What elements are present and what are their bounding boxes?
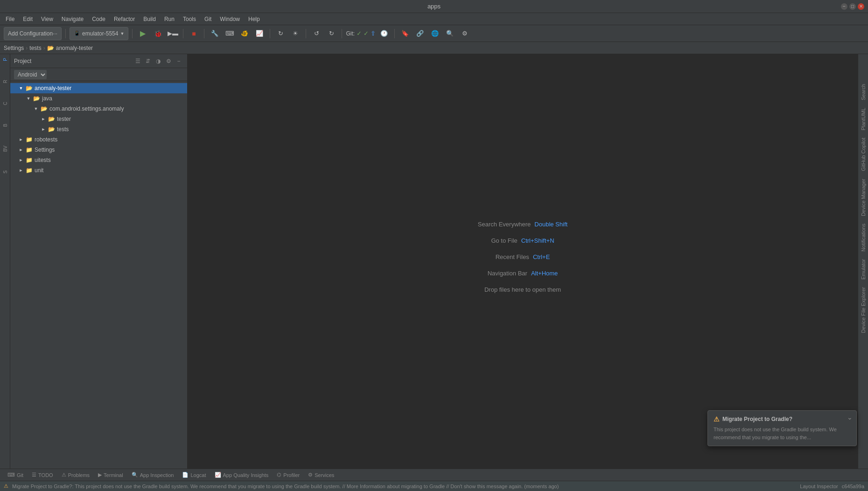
git-history-button[interactable]: 🕐: [378, 27, 391, 40]
menu-file[interactable]: File: [2, 15, 18, 23]
tab-app-quality[interactable]: 📈 App Quality Insights: [211, 470, 273, 480]
tree-label-tests: tests: [57, 126, 69, 133]
sidebar-search-label[interactable]: Search: [860, 82, 867, 102]
tree-item-package[interactable]: ▼ 📂 com.android.settings.anomaly: [10, 104, 187, 114]
app-inspection-tab-icon: 🔍: [132, 472, 138, 478]
git-check-2: ✓: [364, 30, 369, 37]
hint-label-4: Navigation Bar: [488, 270, 527, 277]
run-button[interactable]: ▶: [136, 27, 149, 40]
tree-label-java: java: [42, 95, 52, 102]
tree-item-uitests[interactable]: ► 📁 uitests: [10, 155, 187, 165]
redo-button[interactable]: ↻: [325, 27, 338, 40]
sidebar-commit-icon[interactable]: C: [0, 100, 10, 107]
attach-debugger-button[interactable]: 🐠: [238, 27, 251, 40]
app-title: apps: [427, 3, 441, 10]
sidebar-project-icon[interactable]: P: [0, 56, 10, 63]
breadcrumb-anomaly[interactable]: anomaly-tester: [56, 45, 93, 51]
sidebar-file-explorer-label[interactable]: Device File Explorer: [860, 285, 867, 335]
menu-git[interactable]: Git: [201, 15, 215, 23]
sidebar-copilot-label[interactable]: GitHub Copilot: [860, 136, 867, 173]
tab-profiler[interactable]: ⌬ Profiler: [273, 470, 303, 480]
tree-folder-anomaly: 📂: [25, 84, 33, 92]
layout-inspector-label[interactable]: Layout Inspector: [800, 484, 838, 489]
translate-button[interactable]: 🌐: [428, 27, 441, 40]
hint-label-2: Go to File: [491, 237, 517, 244]
minimize-button[interactable]: −: [841, 3, 847, 10]
tab-services[interactable]: ⚙ Services: [304, 470, 338, 480]
status-warning-icon: ⚠: [4, 483, 8, 489]
tree-item-java[interactable]: ▼ 📂 java: [10, 93, 187, 104]
sidebar-plantuml-label[interactable]: PlantUML: [860, 106, 867, 132]
editor-area: Search Everywhere Double Shift Go to Fil…: [188, 54, 858, 469]
panel-ctrl-2[interactable]: ⇵: [143, 56, 153, 66]
toggle-profiler-button[interactable]: ☀: [289, 27, 302, 40]
tree-item-settings[interactable]: ► 📁 Settings: [10, 145, 187, 155]
menu-edit[interactable]: Edit: [19, 15, 36, 23]
tree-folder-uitests: 📁: [25, 156, 33, 164]
tab-todo[interactable]: ☰ TODO: [28, 470, 57, 480]
left-sidebar: P R C B BV S: [0, 54, 10, 469]
tree-item-anomaly-tester[interactable]: ▼ 📂 anomaly-tester: [10, 83, 187, 93]
panel-settings[interactable]: ⚙: [164, 56, 173, 66]
tab-logcat[interactable]: 📄 Logcat: [178, 470, 210, 480]
tree-item-unit[interactable]: ► 📁 unit: [10, 165, 187, 175]
breadcrumb-tests[interactable]: tests: [29, 45, 41, 51]
profiler-tab-label: Profiler: [283, 472, 300, 478]
tree-item-tester[interactable]: ► 📂 tester: [10, 114, 187, 124]
tab-terminal[interactable]: ▶ Terminal: [94, 470, 127, 480]
run-coverage-button[interactable]: ▶▬: [166, 27, 179, 40]
menu-view[interactable]: View: [37, 15, 57, 23]
breadcrumb-sep-2: ›: [43, 45, 45, 51]
gradle-notif-close-button[interactable]: ⌄: [847, 414, 853, 421]
close-button[interactable]: ✕: [858, 3, 864, 10]
sidebar-emulator-label[interactable]: Emulator: [860, 257, 867, 281]
tree-folder-tests: 📂: [48, 126, 55, 133]
menu-help[interactable]: Help: [245, 15, 264, 23]
search-everywhere-button[interactable]: 🔍: [443, 27, 456, 40]
window-controls: − □ ✕: [841, 3, 864, 10]
tree-item-tests[interactable]: ► 📂 tests: [10, 124, 187, 134]
tab-app-inspection[interactable]: 🔍 App Inspection: [128, 470, 178, 480]
menu-build[interactable]: Build: [140, 15, 160, 23]
breadcrumb-settings[interactable]: Settings: [4, 45, 24, 51]
settings-button[interactable]: ⚙: [458, 27, 471, 40]
sidebar-structure-icon[interactable]: S: [0, 168, 10, 175]
menu-tools[interactable]: Tools: [179, 15, 200, 23]
sidebar-build-variants-icon[interactable]: BV: [0, 144, 10, 154]
app-quality-tab-icon: 📈: [215, 472, 221, 478]
sidebar-bookmarks-icon[interactable]: B: [0, 122, 10, 129]
tab-problems[interactable]: ⚠ Problems: [58, 470, 93, 480]
build-button[interactable]: 🔧: [208, 27, 221, 40]
menu-run[interactable]: Run: [161, 15, 178, 23]
stop-button[interactable]: ■: [187, 27, 200, 40]
undo-button[interactable]: ↺: [310, 27, 323, 40]
maximize-button[interactable]: □: [849, 3, 856, 10]
menu-code[interactable]: Code: [88, 15, 109, 23]
panel-ctrl-1[interactable]: ☰: [133, 56, 142, 66]
vcs-button[interactable]: 🔗: [413, 27, 427, 40]
sidebar-resource-icon[interactable]: R: [0, 78, 10, 85]
emulator-selector[interactable]: 📱 emulator-5554 ▼: [70, 27, 128, 40]
add-configuration-button[interactable]: Add Configuration···: [4, 27, 62, 40]
view-dropdown[interactable]: Android Project: [14, 70, 47, 79]
menu-window[interactable]: Window: [216, 15, 244, 23]
tree-item-robotests[interactable]: ► 📁 robotests: [10, 134, 187, 145]
panel-ctrl-3[interactable]: ◑: [154, 56, 163, 66]
sidebar-notifications-label[interactable]: Notifications: [860, 222, 867, 253]
profile-button[interactable]: 📈: [253, 27, 266, 40]
git-check-1: ✓: [357, 30, 362, 37]
sidebar-device-manager-label[interactable]: Device Manager: [860, 177, 867, 218]
panel-close[interactable]: −: [174, 56, 183, 66]
menu-refactor[interactable]: Refactor: [110, 15, 139, 23]
breadcrumb: Settings › tests › 📂 anomaly-tester: [0, 42, 868, 54]
android-view-selector[interactable]: Android Project: [10, 68, 187, 81]
tree-label-uitests: uitests: [35, 157, 51, 163]
debug-button[interactable]: 🐞: [151, 27, 164, 40]
bookmark-button[interactable]: 🔖: [399, 27, 412, 40]
reload-button[interactable]: ↻: [274, 27, 287, 40]
tab-git[interactable]: ⌨ Git: [4, 470, 27, 480]
breadcrumb-sep-1: ›: [26, 45, 28, 51]
git-arrow: ⇧: [371, 30, 376, 37]
menu-navigate[interactable]: Navigate: [58, 15, 87, 23]
clean-build-button[interactable]: ⌨: [223, 27, 236, 40]
